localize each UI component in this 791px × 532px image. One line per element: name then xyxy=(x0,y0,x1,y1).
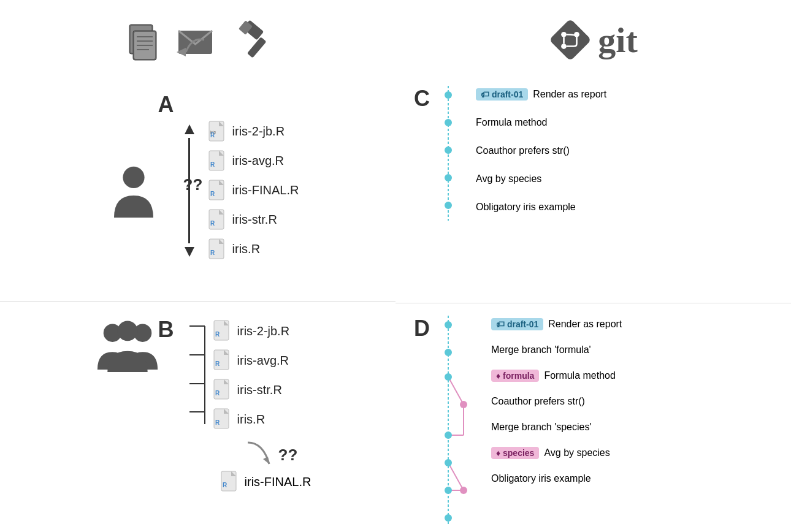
svg-line-58 xyxy=(448,377,464,405)
commit-text: Merge branch 'species' xyxy=(491,422,592,433)
question-marks-b: ?? xyxy=(278,446,298,465)
svg-point-67 xyxy=(445,459,452,466)
section-b: B xyxy=(85,302,311,532)
svg-line-61 xyxy=(448,463,464,490)
commit-text: Obligatory iris example xyxy=(476,202,576,213)
file-list-a: R iris iris-2-jb.R R iris-avg.R xyxy=(208,120,299,261)
commit-row: 🏷 draft-01 Render as report xyxy=(476,86,606,103)
svg-point-55 xyxy=(445,174,452,181)
commit-text: Render as report xyxy=(548,319,622,330)
commit-text: Formula method xyxy=(544,370,616,381)
svg-text:R: R xyxy=(215,331,220,338)
section-c-label: C xyxy=(414,86,430,112)
svg-point-71 xyxy=(460,487,467,494)
file-item-final: R iris-FINAL.R xyxy=(220,470,311,493)
commit-row: ♦ formula Formula method xyxy=(491,367,622,384)
main-container: A ?? xyxy=(0,0,791,532)
file-item: R iris.R xyxy=(213,408,290,431)
up-arrow-icon xyxy=(183,123,196,135)
svg-point-66 xyxy=(445,431,452,439)
svg-text:R: R xyxy=(215,390,220,397)
people-icon xyxy=(97,317,158,372)
file-item: R iris-str.R xyxy=(213,378,290,401)
r-file-icon: R xyxy=(208,238,227,261)
svg-text:iris: iris xyxy=(210,130,216,134)
section-d: D xyxy=(396,303,791,533)
tag-draft-d: 🏷 draft-01 xyxy=(491,318,543,330)
svg-marker-43 xyxy=(263,457,269,464)
r-file-icon: R xyxy=(213,408,232,431)
svg-text:R: R xyxy=(210,220,215,227)
file-item: R iris iris-2-jb.R xyxy=(208,120,299,143)
svg-text:R: R xyxy=(215,419,220,426)
r-file-icon: R xyxy=(213,378,232,401)
left-half: A ?? xyxy=(0,0,396,532)
svg-point-65 xyxy=(445,373,452,381)
commit-text: Obligatory iris example xyxy=(491,473,591,484)
section-b-label: B xyxy=(158,317,174,343)
right-half: git C xyxy=(396,0,791,532)
git-logo: git xyxy=(549,18,637,61)
file-item: R iris-2-jb.R xyxy=(213,319,290,343)
commit-row: 🏷 draft-01 Render as report xyxy=(491,316,622,333)
r-file-icon: R iris xyxy=(208,120,227,143)
tag-formula-d: ♦ formula xyxy=(491,370,539,382)
svg-point-13 xyxy=(123,166,144,188)
commit-text: Formula method xyxy=(476,117,548,128)
file-item: R iris-FINAL.R xyxy=(208,179,299,202)
person-icon xyxy=(109,163,158,218)
r-file-icon: R xyxy=(208,208,227,232)
section-c: C 🏷 draft-01 xyxy=(396,74,791,303)
svg-point-70 xyxy=(460,401,467,408)
svg-point-53 xyxy=(445,119,452,126)
svg-rect-10 xyxy=(246,37,266,58)
commit-row: Coauthor prefers str() xyxy=(491,393,622,410)
svg-point-56 xyxy=(445,202,452,209)
section-a-label: A xyxy=(158,92,174,118)
commit-row: Formula method xyxy=(476,114,606,131)
r-file-icon: R xyxy=(213,319,232,343)
svg-text:R: R xyxy=(210,161,215,168)
svg-point-49 xyxy=(561,44,567,49)
commit-row: Merge branch 'species' xyxy=(491,419,622,436)
timeline-d-icon xyxy=(442,316,473,524)
r-file-icon: R xyxy=(208,150,227,173)
file-item: R iris-avg.R xyxy=(213,349,290,372)
sections-cd: C 🏷 draft-01 xyxy=(396,74,791,532)
commit-row: Avg by species xyxy=(476,170,606,188)
commit-row: Obligatory iris example xyxy=(476,199,606,216)
file-item: R iris.R xyxy=(208,238,299,261)
commit-text: Coauthor prefers str() xyxy=(476,145,570,156)
tree-bracket-icon xyxy=(183,314,208,436)
mail-reply-icon xyxy=(174,18,223,67)
tag-draft-c: 🏷 draft-01 xyxy=(476,88,528,101)
svg-text:R: R xyxy=(210,191,215,197)
timeline-c-icon xyxy=(442,86,454,221)
section-d-label: D xyxy=(414,316,430,341)
commit-row: Coauthor prefers str() xyxy=(476,142,606,159)
tag-species-d: ♦ species xyxy=(491,447,539,459)
svg-marker-15 xyxy=(185,247,194,257)
svg-point-68 xyxy=(445,487,452,494)
commit-text: Merge branch 'formula' xyxy=(491,344,591,355)
svg-point-29 xyxy=(117,321,137,341)
r-file-icon: R xyxy=(208,179,227,202)
svg-point-47 xyxy=(561,32,567,37)
r-file-icon: R xyxy=(213,349,232,372)
svg-point-64 xyxy=(445,349,452,356)
document-copy-icon xyxy=(118,18,167,67)
file-list-b: R iris-2-jb.R R iris-avg.R xyxy=(213,319,290,431)
r-file-icon: R xyxy=(220,470,240,493)
commit-row: ♦ species Avg by species xyxy=(491,444,622,462)
git-diamond-icon xyxy=(549,18,592,61)
top-icons xyxy=(118,18,278,67)
svg-point-52 xyxy=(445,91,452,99)
svg-marker-14 xyxy=(185,124,194,134)
down-arrow-icon xyxy=(183,246,196,258)
file-item: R iris-str.R xyxy=(208,208,299,232)
commit-row: Obligatory iris example xyxy=(491,470,622,487)
git-label: git xyxy=(598,20,637,61)
commit-list-d: 🏷 draft-01 Render as report Merge branch… xyxy=(491,316,622,487)
svg-point-54 xyxy=(445,146,452,154)
commit-list-c: 🏷 draft-01 Render as report Formula meth… xyxy=(476,86,606,216)
